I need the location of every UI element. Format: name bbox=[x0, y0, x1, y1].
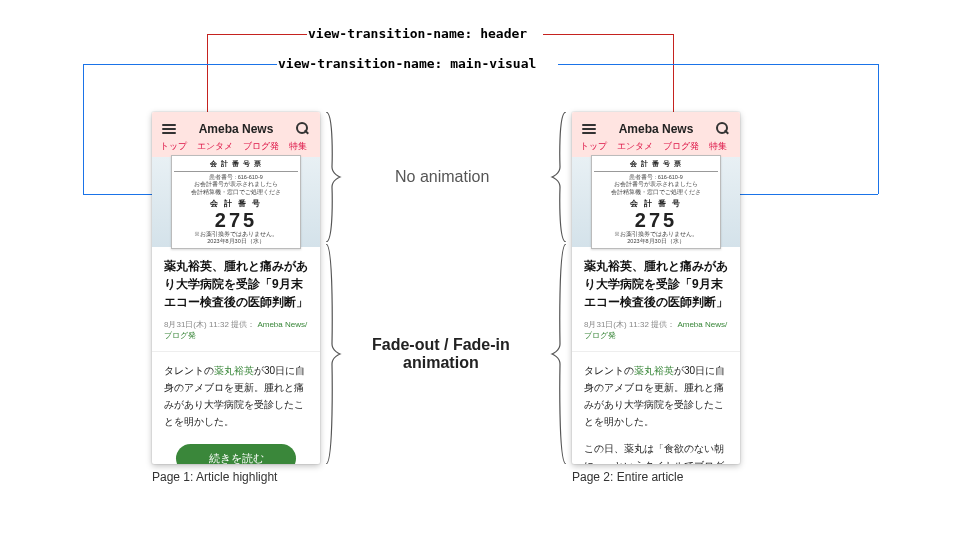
connector-blue bbox=[83, 64, 277, 65]
annotation-fade-line1: Fade-out / Fade-in bbox=[372, 336, 510, 354]
receipt-date: 2023年8月30日（水） bbox=[174, 238, 298, 245]
excerpt-text: タレントの bbox=[164, 365, 214, 376]
receipt-title: 会 計 番 号 票 bbox=[594, 159, 718, 172]
article-time: 8月31日(木) 11:32 bbox=[584, 320, 649, 329]
phone-page-2: Ameba News トップ エンタメ ブログ発 特集 会 計 番 号 票 患者… bbox=[572, 112, 740, 464]
article-excerpt: タレントの薬丸裕英が30日に自身のアメブロを更新。腫れと痛みがあり大学病院を受診… bbox=[584, 362, 728, 430]
tab-blog[interactable]: ブログ発 bbox=[243, 140, 279, 153]
read-more-button[interactable]: 続きを読む bbox=[176, 444, 296, 464]
tab-feature[interactable]: 特集 bbox=[289, 140, 307, 153]
receipt-line: お会計番号が表示されましたら bbox=[594, 181, 718, 188]
annotation-fade-line2: animation bbox=[372, 354, 510, 372]
receipt-number: 275 bbox=[594, 210, 718, 230]
receipt-number-label: 会 計 番 号 bbox=[594, 198, 718, 209]
receipt-date: 2023年8月30日（水） bbox=[594, 238, 718, 245]
article-excerpt: タレントの薬丸裕英が30日に自身のアメブロを更新。腫れと痛みがあり大学病院を受診… bbox=[164, 362, 308, 430]
hamburger-icon[interactable] bbox=[582, 122, 596, 136]
divider bbox=[152, 351, 320, 352]
excerpt-highlight: 薬丸裕英 bbox=[214, 365, 254, 376]
connector-red bbox=[207, 34, 307, 35]
article-time: 8月31日(木) 11:32 bbox=[164, 320, 229, 329]
phone-header: Ameba News トップ エンタメ ブログ発 特集 bbox=[572, 112, 740, 157]
receipt-line: 患者番号 : 616-610-9 bbox=[174, 174, 298, 181]
tab-entertainment[interactable]: エンタメ bbox=[197, 140, 233, 153]
hamburger-icon[interactable] bbox=[162, 122, 176, 136]
article-meta: 8月31日(木) 11:32 提供： Ameba News/ブログ発 bbox=[164, 319, 308, 341]
receipt-line: お会計番号が表示されましたら bbox=[174, 181, 298, 188]
brace-left-bottom bbox=[550, 244, 568, 464]
connector-blue bbox=[878, 64, 879, 194]
tab-entertainment[interactable]: エンタメ bbox=[617, 140, 653, 153]
receipt-image: 会 計 番 号 票 患者番号 : 616-610-9 お会計番号が表示されました… bbox=[171, 155, 301, 248]
phone-topbar: Ameba News bbox=[152, 116, 320, 140]
article-paragraph-2: この日、薬丸は「食欲のない朝に…」というタイトルでブログを更新。「本日の朝食」と… bbox=[584, 440, 728, 464]
main-visual: 会 計 番 号 票 患者番号 : 616-610-9 お会計番号が表示されました… bbox=[152, 157, 320, 247]
article-title: 薬丸裕英、腫れと痛みがあり大学病院を受診「9月末エコー検査後の医師判断」 bbox=[164, 257, 308, 311]
receipt-title: 会 計 番 号 票 bbox=[174, 159, 298, 172]
receipt-line: 患者番号 : 616-610-9 bbox=[594, 174, 718, 181]
receipt-note: ※お薬引換券ではありません。 bbox=[174, 231, 298, 238]
phone-page-1: Ameba News トップ エンタメ ブログ発 特集 会 計 番 号 票 患者… bbox=[152, 112, 320, 464]
annotation-fade: Fade-out / Fade-in animation bbox=[372, 336, 510, 372]
phone-header: Ameba News トップ エンタメ ブログ発 特集 bbox=[152, 112, 320, 157]
receipt-number: 275 bbox=[174, 210, 298, 230]
article-title: 薬丸裕英、腫れと痛みがあり大学病院を受診「9月末エコー検査後の医師判断」 bbox=[584, 257, 728, 311]
article-body: 薬丸裕英、腫れと痛みがあり大学病院を受診「9月末エコー検査後の医師判断」 8月3… bbox=[152, 247, 320, 464]
receipt-image: 会 計 番 号 票 患者番号 : 616-610-9 お会計番号が表示されました… bbox=[591, 155, 721, 248]
connector-blue bbox=[740, 194, 878, 195]
article-body: 薬丸裕英、腫れと痛みがあり大学病院を受診「9月末エコー検査後の医師判断」 8月3… bbox=[572, 247, 740, 464]
caption-page-1: Page 1: Article highlight bbox=[152, 470, 277, 484]
excerpt-text: タレントの bbox=[584, 365, 634, 376]
main-visual: 会 計 番 号 票 患者番号 : 616-610-9 お会計番号が表示されました… bbox=[572, 157, 740, 247]
receipt-note: ※お薬引換券ではありません。 bbox=[594, 231, 718, 238]
tab-top[interactable]: トップ bbox=[580, 140, 607, 153]
tab-top[interactable]: トップ bbox=[160, 140, 187, 153]
divider bbox=[572, 351, 740, 352]
receipt-line: 会計精算機・窓口でご処理くださ bbox=[594, 189, 718, 196]
connector-blue bbox=[83, 194, 152, 195]
article-meta: 8月31日(木) 11:32 提供： Ameba News/ブログ発 bbox=[584, 319, 728, 341]
brace-right-top bbox=[324, 112, 342, 242]
connector-blue bbox=[558, 64, 878, 65]
excerpt-highlight: 薬丸裕英 bbox=[634, 365, 674, 376]
article-meta-label: 提供： bbox=[231, 320, 255, 329]
tab-blog[interactable]: ブログ発 bbox=[663, 140, 699, 153]
phone-topbar: Ameba News bbox=[572, 116, 740, 140]
search-icon[interactable] bbox=[296, 122, 310, 136]
receipt-number-label: 会 計 番 号 bbox=[174, 198, 298, 209]
site-logo: Ameba News bbox=[619, 122, 694, 136]
tab-feature[interactable]: 特集 bbox=[709, 140, 727, 153]
search-icon[interactable] bbox=[716, 122, 730, 136]
site-logo: Ameba News bbox=[199, 122, 274, 136]
connector-red bbox=[543, 34, 673, 35]
brace-left-top bbox=[550, 112, 568, 242]
code-label-visual: view-transition-name: main-visual bbox=[278, 56, 536, 71]
annotation-no-animation: No animation bbox=[395, 168, 489, 186]
receipt-line: 会計精算機・窓口でご処理くださ bbox=[174, 189, 298, 196]
caption-page-2: Page 2: Entire article bbox=[572, 470, 683, 484]
brace-right-bottom bbox=[324, 244, 342, 464]
article-meta-label: 提供： bbox=[651, 320, 675, 329]
code-label-header: view-transition-name: header bbox=[308, 26, 527, 41]
connector-blue bbox=[83, 64, 84, 194]
